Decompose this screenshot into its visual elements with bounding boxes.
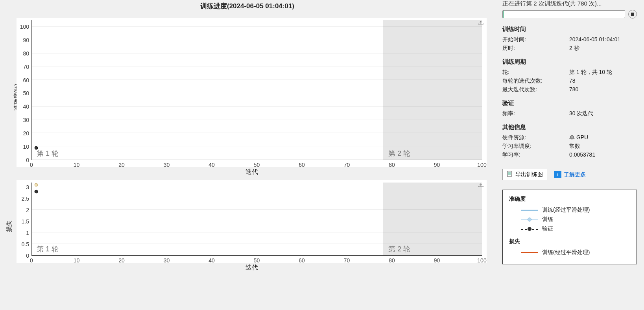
loss-yticks: 00.511.522.53	[17, 183, 31, 256]
accuracy-plot-area: 第 1 轮 第 2 轮	[31, 20, 482, 160]
dot-line-swatch	[521, 218, 538, 221]
hw-val: 单 GPU	[569, 134, 637, 141]
legend-label: 训练(经过平滑处理)	[542, 207, 590, 214]
accuracy-xticks: 0102030405060708090100	[31, 161, 482, 168]
time-heading: 训练时间	[502, 26, 637, 33]
info-icon: i	[554, 171, 561, 178]
legend-train: 训练	[521, 216, 630, 223]
iterper-val: 78	[569, 78, 637, 85]
start-val: 2024-06-05 01:04:01	[569, 36, 637, 43]
freq-val: 30 次迭代	[569, 110, 637, 117]
export-plot-icon[interactable]	[477, 19, 484, 25]
document-icon	[507, 171, 513, 178]
loss-plot-area: 第 1 轮 第 2 轮	[31, 183, 482, 256]
line-swatch-blue	[521, 210, 538, 210]
loss-chart: 损失 00.511.522.53 第 1 轮 第 2 轮 01020304050…	[17, 180, 487, 272]
legend-box: 准确度 训练(经过平滑处理) 训练 验证 损失 训练(经过平滑处理)	[502, 190, 637, 264]
line-swatch-orange	[521, 252, 538, 253]
main-panel: 训练进度(2024-06-05 01:04:01) 准确度(%) 0102030…	[0, 0, 498, 310]
progress-bar	[502, 10, 625, 18]
page-title: 训练进度(2024-06-05 01:04:01)	[0, 0, 495, 15]
progress-row	[502, 10, 637, 18]
loss-xlabel: 迭代	[17, 264, 487, 272]
maxiter-key: 最大迭代次数:	[502, 86, 569, 93]
epoch-key: 轮:	[502, 69, 569, 76]
cycle-heading: 训练周期	[502, 58, 637, 66]
epoch2-label: 第 2 轮	[388, 149, 410, 158]
maxiter-val: 780	[569, 86, 637, 93]
legend-loss-heading: 损失	[509, 238, 630, 245]
epoch2-shade	[383, 20, 482, 160]
loss-xticks: 0102030405060708090100	[31, 256, 482, 264]
elapsed-val: 2 秒	[569, 45, 637, 52]
epoch1-label: 第 1 轮	[37, 149, 59, 158]
stop-button[interactable]	[628, 10, 637, 18]
status-text: 正在进行第 2 次训练迭代(共 780 次)...	[502, 0, 637, 7]
stop-icon	[631, 13, 634, 16]
hw-key: 硬件资源:	[502, 134, 569, 141]
legend-train-smooth: 训练(经过平滑处理)	[521, 207, 630, 214]
export-label: 导出训练图	[515, 171, 543, 178]
freq-key: 频率:	[502, 110, 569, 117]
lrs-val: 常数	[569, 143, 637, 150]
lr-val: 0.0053781	[569, 151, 637, 159]
export-plot-icon[interactable]	[477, 182, 484, 187]
loss-ylabel: 损失	[6, 220, 13, 232]
dash-swatch	[521, 227, 538, 231]
export-button[interactable]: 导出训练图	[502, 169, 547, 180]
learn-more-link[interactable]: 了解更多	[564, 171, 586, 178]
progress-fill	[503, 11, 504, 18]
accuracy-yticks: 0102030405060708090100	[17, 20, 31, 160]
other-heading: 其他信息	[502, 124, 637, 131]
legend-acc-heading: 准确度	[509, 196, 630, 203]
epoch-val: 第 1 轮，共 10 轮	[569, 69, 637, 76]
side-panel: 正在进行第 2 次训练迭代(共 780 次)... 训练时间 开始时间:2024…	[498, 0, 644, 310]
valid-heading: 验证	[502, 100, 637, 107]
legend-loss-train-smooth: 训练(经过平滑处理)	[521, 249, 630, 256]
actions-row: 导出训练图 i 了解更多	[502, 169, 637, 180]
legend-label: 训练(经过平滑处理)	[542, 249, 590, 256]
iterper-key: 每轮的迭代次数:	[502, 78, 569, 85]
app-root: 训练进度(2024-06-05 01:04:01) 准确度(%) 0102030…	[0, 0, 644, 310]
elapsed-key: 历时:	[502, 45, 569, 52]
start-key: 开始时间:	[502, 36, 569, 43]
legend-label: 验证	[542, 225, 553, 232]
epoch1-label: 第 1 轮	[37, 244, 59, 254]
lr-key: 学习率:	[502, 151, 569, 159]
svg-rect-0	[507, 171, 511, 177]
legend-label: 训练	[542, 216, 553, 223]
legend-valid: 验证	[521, 225, 630, 232]
epoch2-label: 第 2 轮	[388, 244, 410, 254]
accuracy-xlabel: 迭代	[17, 168, 487, 176]
lrs-key: 学习率调度:	[502, 143, 569, 150]
accuracy-chart: 准确度(%) 0102030405060708090100 第 1 轮 第 2 …	[17, 18, 487, 176]
